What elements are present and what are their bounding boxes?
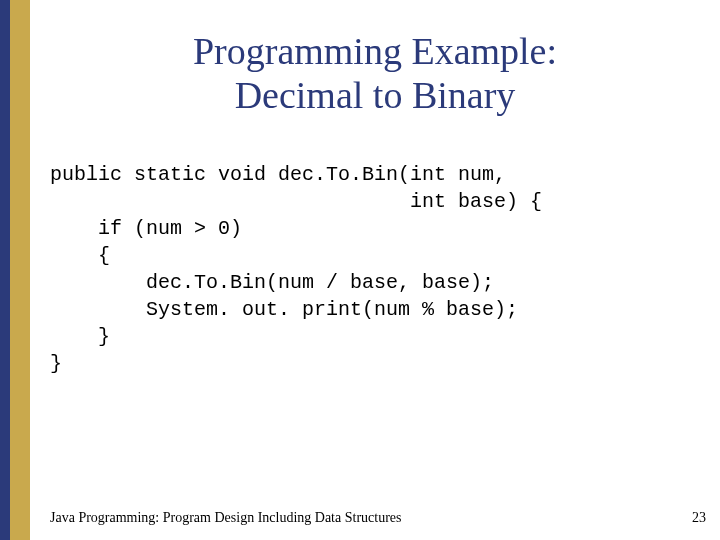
- code-line: if (num > 0): [50, 217, 242, 240]
- left-accent-bar: [0, 0, 30, 540]
- code-block: public static void dec.To.Bin(int num, i…: [50, 161, 720, 377]
- page-number: 23: [692, 510, 706, 526]
- title-line-2: Decimal to Binary: [235, 74, 516, 116]
- code-line: {: [50, 244, 110, 267]
- code-line: int base) {: [50, 190, 542, 213]
- slide-content: Programming Example: Decimal to Binary p…: [30, 0, 720, 540]
- left-stripe-blue: [0, 0, 10, 540]
- code-line: }: [50, 352, 62, 375]
- code-line: }: [50, 325, 110, 348]
- code-line: System. out. print(num % base);: [50, 298, 518, 321]
- slide-title: Programming Example: Decimal to Binary: [30, 30, 720, 117]
- code-line: dec.To.Bin(num / base, base);: [50, 271, 494, 294]
- left-stripe-gold: [10, 0, 30, 540]
- title-line-1: Programming Example:: [193, 30, 557, 72]
- footer-text: Java Programming: Program Design Includi…: [50, 510, 401, 526]
- slide-footer: Java Programming: Program Design Includi…: [50, 510, 706, 526]
- code-line: public static void dec.To.Bin(int num,: [50, 163, 506, 186]
